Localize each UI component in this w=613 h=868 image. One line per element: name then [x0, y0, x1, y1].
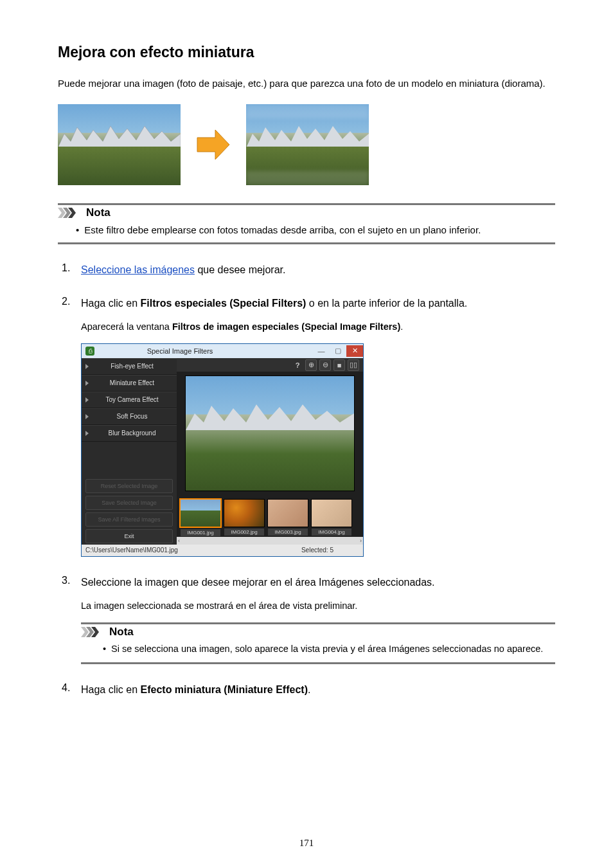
- page-title: Mejora con efecto miniatura: [58, 44, 555, 61]
- thumb-label: IMG001.jpg: [181, 529, 220, 536]
- minimize-button[interactable]: —: [313, 345, 330, 357]
- step3-note-text: Si se selecciona una imagen, solo aparec…: [111, 642, 543, 656]
- thumb-scrollbar[interactable]: ‹ ›: [177, 537, 363, 545]
- zoom-in-icon[interactable]: ⊕: [305, 359, 317, 371]
- note1-text: Este filtro debe emplearse con fotos tom…: [84, 223, 481, 238]
- window-titlebar: ⎙ Special Image Filters — ▢ ✕: [82, 344, 363, 358]
- select-images-link[interactable]: Seleccione las imágenes: [81, 264, 195, 275]
- example-image-after: [246, 104, 369, 185]
- filter-label: Toy Camera Effect: [100, 396, 173, 403]
- filter-item-miniature[interactable]: Miniature Effect: [82, 375, 177, 392]
- filter-sidebar: Fish-eye Effect Miniature Effect Toy Cam…: [82, 358, 177, 545]
- filter-label: Fish-eye Effect: [100, 363, 173, 370]
- thumbnails-row: IMG001.jpg IMG002.jpg IMG003.jpg: [177, 495, 363, 537]
- note-chevrons-icon: [81, 627, 103, 637]
- reset-selected-button[interactable]: Reset Selected Image: [85, 479, 173, 493]
- filter-label: Miniature Effect: [100, 379, 173, 386]
- intro-paragraph: Puede mejorar una imagen (foto de paisaj…: [58, 77, 555, 91]
- step1-rest: que desee mejorar.: [195, 264, 285, 275]
- save-selected-button[interactable]: Save Selected Image: [85, 496, 173, 510]
- app-icon: ⎙: [85, 347, 94, 356]
- step2-bold: Filtros especiales (Special Filters): [141, 298, 306, 309]
- thumbnail-1[interactable]: IMG001.jpg: [181, 498, 220, 536]
- step3-sub: La imagen seleccionada se mostrará en el…: [81, 599, 555, 613]
- thumbnail-4[interactable]: IMG004.jpg: [312, 499, 351, 536]
- close-button[interactable]: ✕: [346, 345, 363, 357]
- svg-marker-2: [197, 130, 229, 159]
- step2-sub-b: .: [400, 321, 403, 332]
- filter-label: Soft Focus: [100, 413, 173, 420]
- step3-text: Seleccione la imagen que desee mejorar e…: [81, 575, 555, 590]
- step4-text-b: .: [308, 684, 310, 695]
- note-block: Nota • Este filtro debe emplearse con fo…: [58, 203, 555, 245]
- status-selected-count: Selected: 5: [301, 547, 333, 554]
- note-title: Nota: [86, 206, 111, 219]
- step2-sub-bold: Filtros de imagen especiales (Special Im…: [172, 321, 400, 332]
- fit-icon[interactable]: ■: [333, 359, 345, 371]
- thumb-label: IMG003.jpg: [268, 529, 308, 536]
- page-number: 171: [0, 838, 613, 849]
- example-image-before: [58, 104, 181, 185]
- thumb-label: IMG004.jpg: [312, 529, 351, 536]
- preview-toolbar: ? ⊕ ⊖ ■ ▯▯: [177, 358, 363, 372]
- svg-marker-7: [186, 404, 354, 430]
- step3-note: Nota • Si se selecciona una imagen, solo…: [81, 622, 555, 665]
- step-2: Haga clic en Filtros especiales (Special…: [58, 296, 555, 557]
- zoom-out-icon[interactable]: ⊖: [319, 359, 331, 371]
- step2-sub-a: Aparecerá la ventana: [81, 321, 172, 332]
- scroll-right-icon[interactable]: ›: [360, 538, 362, 544]
- expand-icon: [85, 397, 89, 402]
- filter-item-toycamera[interactable]: Toy Camera Effect: [82, 392, 177, 408]
- compare-icon[interactable]: ▯▯: [348, 359, 359, 371]
- expand-icon: [85, 364, 89, 369]
- filter-item-softfocus[interactable]: Soft Focus: [82, 408, 177, 425]
- status-path: C:\Users\UserName\IMG001.jpg: [85, 547, 178, 554]
- step2-text-a: Haga clic en: [81, 298, 141, 309]
- step4-bold: Efecto miniatura (Miniature Effect): [141, 684, 308, 695]
- expand-icon: [85, 431, 89, 436]
- bullet-icon: •: [103, 642, 106, 656]
- thumbnail-3[interactable]: IMG003.jpg: [268, 499, 308, 536]
- note-chevrons-icon: [58, 208, 80, 218]
- step-3: Seleccione la imagen que desee mejorar e…: [58, 575, 555, 665]
- save-all-button[interactable]: Save All Filtered Images: [85, 512, 173, 527]
- filter-item-blurbg[interactable]: Blur Background: [82, 425, 177, 442]
- step-4: Haga clic en Efecto miniatura (Miniature…: [58, 682, 555, 698]
- expand-icon: [85, 414, 89, 419]
- exit-button[interactable]: Exit: [85, 529, 173, 543]
- scroll-left-icon[interactable]: ‹: [178, 538, 180, 544]
- help-icon[interactable]: ?: [292, 360, 303, 370]
- window-title: Special Image Filters: [98, 347, 313, 355]
- status-bar: C:\Users\UserName\IMG001.jpg Selected: 5: [82, 545, 363, 556]
- maximize-button[interactable]: ▢: [330, 345, 346, 357]
- step-1: Seleccione las imágenes que desee mejora…: [58, 262, 555, 278]
- svg-marker-3: [246, 126, 369, 148]
- preview-image: [185, 375, 355, 491]
- filter-label: Blur Background: [100, 429, 173, 437]
- filter-item-fisheye[interactable]: Fish-eye Effect: [82, 358, 177, 375]
- main-area: ? ⊕ ⊖ ■ ▯▯: [177, 358, 363, 545]
- bullet-icon: •: [76, 223, 79, 238]
- arrow-right-icon: [196, 127, 231, 162]
- preview-area: [177, 372, 363, 495]
- step2-text-b: o en la parte inferior de la pantalla.: [306, 298, 467, 309]
- thumb-label: IMG002.jpg: [224, 529, 264, 536]
- note-title: Nota: [109, 626, 134, 638]
- expand-icon: [85, 381, 89, 386]
- thumbnail-2[interactable]: IMG002.jpg: [224, 499, 264, 536]
- step4-text-a: Haga clic en: [81, 684, 141, 695]
- app-window: ⎙ Special Image Filters — ▢ ✕ Fish-eye E…: [81, 343, 364, 557]
- example-images: [58, 104, 555, 185]
